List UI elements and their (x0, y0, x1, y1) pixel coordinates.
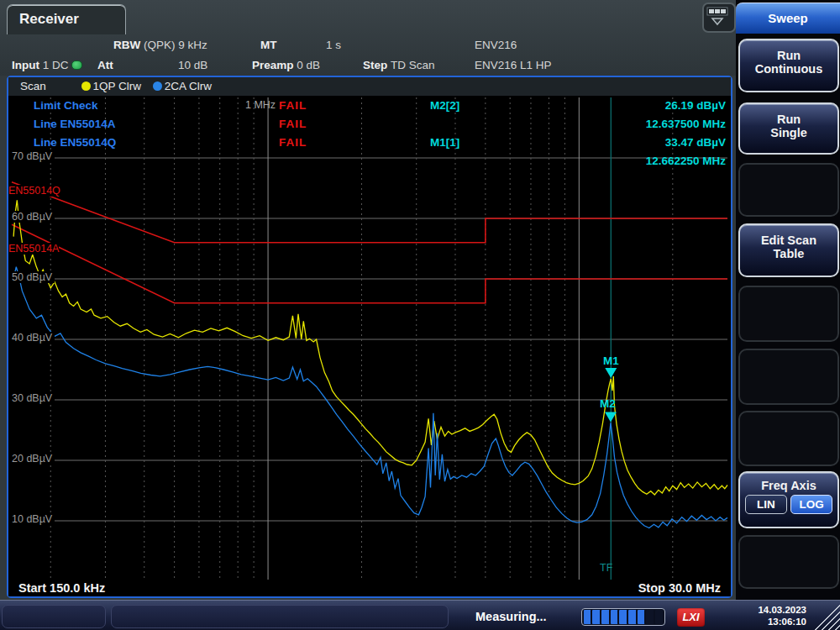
trace2-label[interactable]: 2CA Clrw (165, 80, 212, 92)
softkey-run-single[interactable]: Run Single (738, 102, 839, 155)
header: Receiver RBW (QPK) 9 kHz MT 1 s ENV216 I… (0, 0, 840, 76)
softkey-empty-1[interactable] (738, 163, 839, 217)
att-label: Att (97, 59, 113, 71)
param-rbw: RBW (QPK) 9 kHz (113, 39, 207, 52)
date-text: 14.03.2023 (729, 604, 806, 616)
instrument-screen: Receiver RBW (QPK) 9 kHz MT 1 s ENV216 I… (0, 0, 840, 630)
status-bar: Measuring... LXI 14.03.2023 13:06:10 (0, 600, 840, 630)
marker-line-tf-label: TF (600, 562, 612, 574)
freq-axis-log-toggle[interactable]: LOG (790, 495, 832, 514)
preamp-label: Preamp (252, 59, 294, 71)
softkey-sidebar: Sweep Run Continuous Run Single Edit Sca… (736, 0, 840, 600)
ytick-30: 30 dBµV (12, 392, 55, 404)
marker-m2-label: M2[2] (430, 99, 459, 112)
start-freq-label: Start 150.0 kHz (18, 580, 105, 596)
taskbar-button-1[interactable] (2, 605, 106, 628)
input-status-led (71, 60, 82, 70)
time-text: 13:06:10 (729, 616, 806, 627)
softkey-run-continuous[interactable]: Run Continuous (738, 39, 839, 92)
param-att-value: 10 dB (178, 59, 207, 72)
limit-line-a-name: Line EN55014A (34, 118, 116, 130)
softkey-freq-axis[interactable]: Freq Axis LIN LOG (738, 471, 839, 528)
marker-m2-freq: 12.637500 MHz (646, 118, 726, 130)
tab-receiver-label: Receiver (8, 5, 125, 28)
limit-q-status: FAIL (279, 136, 307, 149)
ytick-50: 50 dBµV (12, 271, 55, 283)
ytick-20: 20 dBµV (12, 453, 55, 465)
param-att: Att (97, 59, 113, 72)
legend-title: Scan (20, 80, 46, 92)
limit-check-title: Limit Check (34, 99, 98, 112)
mt-label: MT (260, 39, 277, 51)
step-value: TD Scan (391, 59, 435, 71)
limit-a-trace-label: EN55014A (8, 243, 59, 255)
measurement-status-text: Measuring... (475, 610, 547, 623)
softkey-empty-2[interactable] (738, 286, 839, 342)
param-preamp: Preamp 0 dB (252, 59, 320, 72)
softkey-empty-3[interactable] (738, 349, 839, 405)
limit-a-status: FAIL (279, 118, 307, 130)
param-step: Step TD Scan (363, 59, 435, 72)
trace1-label[interactable]: 1QP Clrw (93, 80, 142, 92)
chart-canvas (8, 96, 731, 580)
marker-m1-value: 33.47 dBµV (665, 136, 726, 149)
rbw-value: (QPK) 9 kHz (144, 39, 207, 51)
ytick-10: 10 dBµV (12, 513, 55, 525)
softkey-empty-5[interactable] (738, 535, 839, 589)
resize-grip-icon (811, 602, 840, 630)
stop-freq-label: Stop 30.0 MHz (638, 580, 721, 596)
ytick-40: 40 dBµV (12, 332, 55, 344)
softkey-menu-title: Sweep (736, 3, 840, 34)
ytick-60: 60 dBµV (12, 211, 55, 223)
limit-q-trace-label: EN55014Q (8, 185, 60, 197)
toolbar-dropdown-icon[interactable] (702, 3, 736, 33)
softkey-edit-scan-table[interactable]: Edit Scan Table (738, 223, 839, 277)
gridline-freq-label: 1 MHz (245, 99, 276, 111)
limit-line-q-name: Line EN55014Q (34, 136, 116, 149)
marker-m1-label: M1[1] (430, 136, 459, 149)
marker-m1-flag[interactable]: M1 (603, 354, 619, 367)
plot-area: Scan 1QP Clrw 2CA Clrw 1 MHz Limit Check… (8, 77, 731, 596)
tab-receiver[interactable]: Receiver (7, 4, 126, 34)
step-label: Step (363, 59, 387, 71)
measurement-progress-bar (581, 608, 665, 626)
param-transducer2: ENV216 L1 HP (475, 59, 552, 72)
param-mt: MT (260, 39, 277, 52)
marker-m1-freq: 12.662250 MHz (646, 155, 726, 167)
trace-legend: Scan 1QP Clrw 2CA Clrw (8, 77, 731, 96)
param-mt-value: 1 s (326, 39, 341, 52)
freq-axis-lin-toggle[interactable]: LIN (745, 495, 787, 514)
softkey-empty-4[interactable] (738, 411, 839, 466)
trace2-color-dot (153, 81, 162, 91)
rbw-label: RBW (113, 39, 140, 51)
measurement-window: Scan 1QP Clrw 2CA Clrw 1 MHz Limit Check… (7, 76, 732, 598)
input-label: Input (12, 59, 39, 71)
trace1-color-dot (81, 81, 91, 91)
param-transducer1: ENV216 (475, 39, 517, 52)
taskbar-button-2[interactable] (111, 605, 449, 628)
frequency-axis-bar: Start 150.0 kHz Stop 30.0 MHz (8, 580, 731, 596)
input-value: 1 DC (43, 59, 69, 71)
toolbar-dropdown-glyph (704, 4, 731, 28)
marker-m2-value: 26.19 dBµV (665, 99, 726, 112)
param-input: Input 1 DC (12, 59, 82, 72)
marker-m2-flag[interactable]: M2 (600, 397, 616, 410)
limit-check-status: FAIL (279, 99, 307, 112)
lxi-status-icon[interactable]: LXI (677, 608, 705, 627)
preamp-value: 0 dB (297, 59, 320, 71)
ytick-70: 70 dBµV (12, 150, 55, 162)
datetime-display: 14.03.2023 13:06:10 (729, 604, 806, 627)
